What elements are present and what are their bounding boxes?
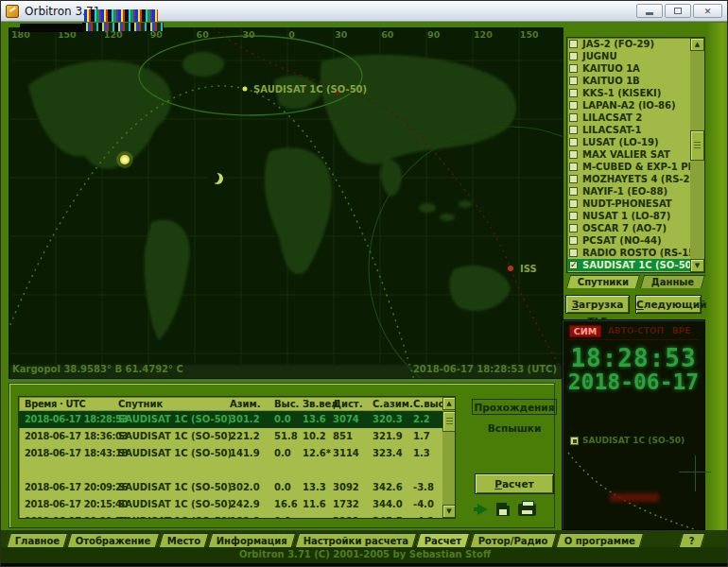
satellite-list-item[interactable]: RADIO ROSTO (RS-15) [567,247,704,259]
scroll-thumb[interactable] [690,130,704,161]
satellite-checkbox[interactable] [569,64,578,73]
cell-satellite: SAUDISAT 1C (SO-50) [118,482,232,492]
column-header[interactable]: Спутник [118,399,163,409]
cell-azimuth: 182.8 [230,516,260,519]
table-row[interactable]: 2018-06-17 18:28:53 SAUDISAT 1C (SO-50) … [19,411,442,428]
satellite-list-item[interactable]: NUSAT 1 (LO-87) [567,210,704,222]
satellite-marker[interactable] [243,87,248,92]
satellite-checkbox[interactable] [569,187,578,196]
longitude-label: 150 [520,29,563,40]
satellite-checkbox[interactable] [569,138,578,146]
satellite-name: LAPAN-A2 (IO-86) [582,100,676,111]
column-header[interactable]: Азим. [230,399,261,409]
satellite-list-item[interactable]: OSCAR 7 (AO-7) [567,222,704,234]
satellite-list-item[interactable]: NUDT-PHONESAT [567,198,704,210]
scroll-up-button[interactable]: ▲ [690,38,704,51]
satellite-list-item[interactable]: PCSAT (NO-44) [567,234,704,247]
iss-marker[interactable] [508,266,513,271]
table-row[interactable]: 2018-06-17 20:09:26 SAUDISAT 1C (SO-50) … [19,479,442,496]
cell-satellite: SAUDISAT 1C (SO-50) [118,516,232,519]
scroll-down-button[interactable]: ▼ [690,259,704,272]
satellite-list-item[interactable]: KKS-1 (KISEKI) [567,87,704,99]
satellite-list-item[interactable]: M-CUBED & EXP-1 PRIM [567,161,704,173]
satellite-list-scrollbar[interactable]: ▲ ▼ [690,38,704,272]
cell-magnitude: 12.6* [303,448,331,458]
table-row[interactable] [19,462,442,479]
satellite-list-item[interactable]: NAYIF-1 (EO-88) [567,185,704,198]
table-scrollbar[interactable]: ▲ ▼ [442,397,456,518]
satellite-checkbox[interactable] [569,261,578,269]
satellite-name: SAUDISAT 1C (SO-50) [582,260,696,270]
satellite-checkbox[interactable] [569,249,578,257]
satellite-list-item[interactable]: LAPAN-A2 (IO-86) [567,99,704,112]
main-tab[interactable]: Расчет [416,533,471,547]
satellite-list-item[interactable]: JUGNU [567,50,704,62]
observer-location-status: Kargopol 38.9583° В 61.4792° С [12,364,183,374]
satellite-list-item[interactable]: LILACSAT-1 [567,124,704,136]
main-tab[interactable]: ? [679,533,705,547]
satellite-list-item[interactable]: JAS-2 (FO-29) [567,38,704,50]
column-header[interactable]: С.азим. [373,399,413,409]
main-tab-label: Расчет [425,536,461,546]
tab-satellites[interactable]: Спутники [566,275,640,288]
satellite-list-item[interactable]: LILACSAT 2 [567,112,704,124]
satellite-list-item[interactable]: KAITUO 1B [567,75,704,87]
world-map[interactable]: SAUDISAT 1C (SO-50) ISS 1801501209060300… [9,27,563,379]
satellite-checkbox[interactable] [569,40,578,48]
column-header[interactable]: Время · UTC [25,399,86,409]
load-tle-button[interactable]: Загрузка TLE [565,295,630,314]
print-icon[interactable] [518,504,536,516]
satellite-list-item[interactable]: SEEDS II (CO-66) [567,271,704,273]
satellite-checkbox[interactable] [569,126,578,134]
satellite-checkbox[interactable] [569,89,578,97]
maximize-button[interactable] [665,4,691,18]
satellite-name: LILACSAT-1 [582,125,641,135]
satellite-list-item[interactable]: LUSAT (LO-19) [567,136,704,148]
go-arrow-icon[interactable] [477,504,488,515]
satellite-checkbox[interactable] [569,77,578,85]
satellite-checkbox[interactable] [569,101,578,110]
satellite-list-item[interactable]: MOZHAYETS 4 (RS-22) [567,173,704,185]
satellite-checkbox[interactable] [569,175,578,183]
minimize-button[interactable] [636,4,663,18]
main-tab[interactable]: Отображение [67,533,160,547]
main-tab[interactable]: Информация [208,533,296,547]
main-tab[interactable]: Место [159,533,210,547]
longitude-label: 30 [242,29,288,40]
save-icon[interactable] [496,503,510,516]
table-row[interactable]: 2018-06-17 20:21:56 SAUDISAT 1C (SO-50) … [19,513,442,519]
table-row[interactable]: 2018-06-17 20:15:40 SAUDISAT 1C (SO-50) … [19,496,442,513]
table-row[interactable]: 2018-06-17 18:36:03 SAUDISAT 1C (SO-50) … [19,428,442,445]
passes-table[interactable]: Время · UTC Спутник Азим. Выс. Зв.вел Ди… [18,396,456,519]
satellite-list-item[interactable]: SAUDISAT 1C (SO-50) [567,259,704,271]
column-header[interactable]: Выс. [274,399,299,409]
satellite-checkbox[interactable] [569,52,578,60]
main-tab[interactable]: О программе [555,533,643,547]
tab-passes[interactable]: Прохождения [472,399,557,415]
main-tab[interactable]: Ротор/Радио [470,533,557,547]
calculate-button[interactable]: Расчет [475,473,554,494]
scroll-thumb[interactable] [442,411,456,432]
satellite-checkbox[interactable] [569,150,578,159]
satellite-checkbox[interactable] [569,224,578,232]
main-tab[interactable]: Настройки расчета [295,533,417,547]
close-button[interactable]: ✕ [693,4,722,18]
table-row[interactable]: 2018-06-17 18:43:18 SAUDISAT 1C (SO-50) … [19,445,442,462]
cell-distance: 3092 [333,482,359,492]
satellite-checkbox[interactable] [569,113,578,122]
satellite-checkbox[interactable] [569,199,578,208]
satellite-list-item[interactable]: MAX VALIER SAT [567,148,704,161]
satellite-checkbox[interactable] [569,236,578,245]
column-header[interactable]: Дист. [333,399,362,409]
satellite-checkbox[interactable] [569,212,578,220]
scroll-down-button[interactable]: ▼ [442,505,456,518]
satellite-list-item[interactable]: KAITUO 1A [567,62,704,75]
tab-flares[interactable]: Вспышки [472,422,557,434]
next-button[interactable]: Следующий [635,295,702,314]
satellite-checkbox[interactable] [569,163,578,171]
tab-data[interactable]: Данные [640,275,705,288]
satellite-name: KKS-1 (KISEKI) [582,88,661,98]
cell-sun-elevation: -4.2 [413,516,434,519]
main-tab[interactable]: Главное [7,533,69,547]
scroll-up-button[interactable]: ▲ [442,397,456,410]
